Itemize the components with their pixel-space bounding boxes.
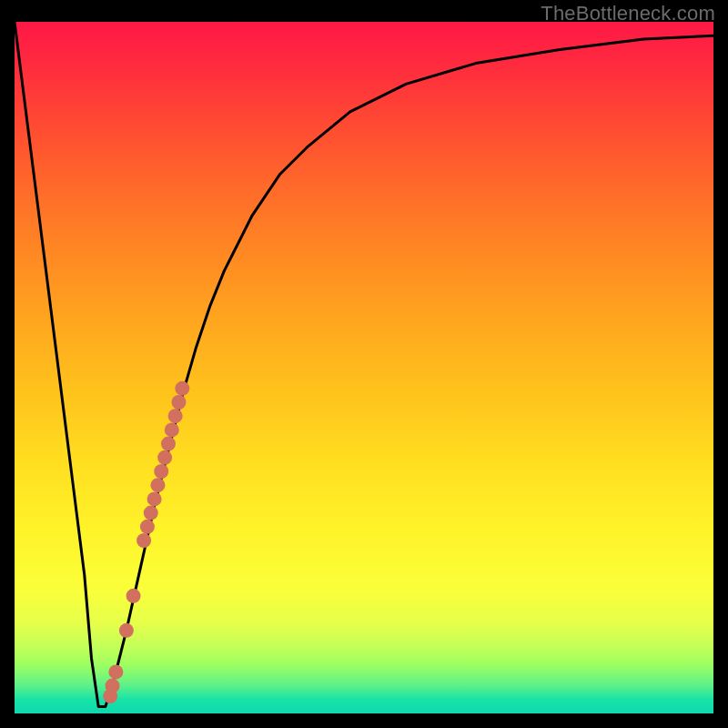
dot-low-1	[108, 664, 123, 679]
dot-upper-6	[157, 450, 172, 465]
marker-group	[103, 381, 189, 703]
dot-upper-8	[150, 478, 165, 492]
dot-low-3	[103, 689, 117, 703]
dot-upper-11	[140, 520, 155, 534]
dot-upper-9	[147, 491, 162, 506]
dot-upper-2	[171, 395, 186, 410]
curve-svg	[15, 22, 713, 713]
dot-upper-7	[154, 464, 168, 479]
dot-upper-3	[168, 409, 183, 423]
dot-upper-5	[161, 437, 176, 451]
plot-area	[15, 22, 713, 713]
dot-mid-1	[126, 589, 141, 603]
dot-mid-2	[119, 623, 134, 638]
dot-upper-4	[165, 422, 179, 437]
bottleneck-curve	[15, 22, 713, 706]
dot-upper-10	[144, 506, 158, 521]
chart-frame: TheBottleneck.com	[0, 0, 728, 728]
dot-upper-1	[175, 381, 189, 396]
dot-upper-12	[136, 533, 151, 548]
